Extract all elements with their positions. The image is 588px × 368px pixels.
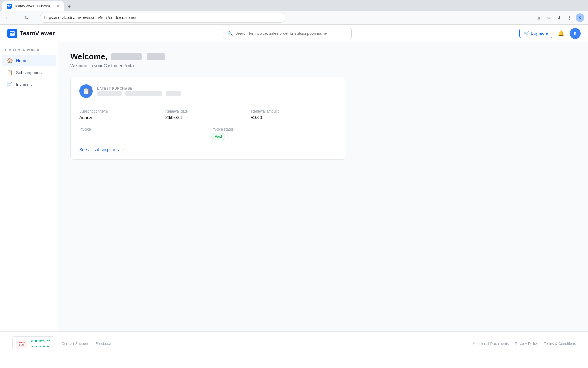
subscription-card: 📋 LATEST PURCHASE Subscription term Annu [70,77,346,160]
sidebar-item-invoices-label: Invoices [16,82,32,87]
search-box: 🔍 [223,28,352,39]
sidebar: CUSTOMER PORTAL 🏠 Home 📋 Subscriptions 📄… [0,42,58,331]
card-details-grid: Subscription term Annual Renewal date 23… [79,109,337,120]
invoice-value: ------ [79,133,205,138]
notifications-bell-icon[interactable]: 🔔 [556,29,566,38]
svg-text:TV: TV [10,32,14,35]
see-all-label: See all subscriptions [79,147,119,152]
see-all-subscriptions-link[interactable]: See all subscriptions → [79,147,125,152]
invoice-status-label: Invoice status [211,127,337,132]
browser-tab[interactable]: TV TeamViewer | Customer Portal ✕ [2,1,64,11]
user-name-blur-2 [147,53,165,60]
product-name-blur-1 [97,91,122,96]
trustpilot-section: ★ Trustpilot ★★★★★ [30,339,50,348]
logo: TV TeamViewer [7,29,55,38]
app: TV TeamViewer 🔍 🛒 Buy more 🔔 K CUSTOMER … [0,25,588,356]
invoice-status-badge: Paid [211,133,225,140]
download-icon[interactable]: ⬇ [555,13,564,22]
g2-leader-text: Leader [18,341,26,344]
product-name-blur-3 [166,91,181,96]
sidebar-item-home-label: Home [16,58,27,63]
logo-icon: TV [7,29,17,38]
tab-bar: TV TeamViewer | Customer Portal ✕ + [0,0,588,11]
renewal-date-group: Renewal date 23/04/24 [165,109,251,120]
buy-more-label: Buy more [531,31,548,36]
tab-close-icon[interactable]: ✕ [56,4,59,8]
trustpilot-stars: ★★★★★ [30,344,50,348]
subscription-term-label: Subscription term [79,109,165,113]
bookmark-icon[interactable]: ☆ [545,13,553,22]
address-bar-row: ← → ↻ ⌂ ⊞ ☆ ⬇ ⋮ K [0,11,588,25]
terms-conditions-link[interactable]: Terms & Conditions [544,342,576,346]
address-input[interactable] [40,13,285,22]
tab-title: TeamViewer | Customer Portal [14,4,54,8]
card-header: 📋 LATEST PURCHASE [79,84,337,103]
tab-favicon: TV [7,4,12,9]
sidebar-section-label: CUSTOMER PORTAL [0,48,58,54]
avatar[interactable]: K [570,28,581,39]
browser-actions: ⊞ ☆ ⬇ ⋮ K [534,13,584,22]
renewal-amount-group: Renewal amount €0.00 [251,109,337,120]
subscription-term-value: Annual [79,115,165,120]
sidebar-item-invoices[interactable]: 📄 Invoices [2,79,56,90]
sidebar-item-home[interactable]: 🏠 Home [2,55,56,66]
trustpilot-widget: Leader 2022 ★ Trustpilot ★★★★★ [12,336,54,351]
refresh-icon[interactable]: ↻ [23,13,30,22]
sidebar-item-subscriptions[interactable]: 📋 Subscriptions [2,67,56,78]
subscription-term-group: Subscription term Annual [79,109,165,120]
see-all-link-container: See all subscriptions → [79,147,337,152]
logo-text: TeamViewer [20,30,55,37]
new-tab-button[interactable]: + [65,2,74,11]
home-nav-icon: 🏠 [7,58,13,63]
arrow-icon: → [120,147,125,152]
app-footer: Leader 2022 ★ Trustpilot ★★★★★ Contact S… [0,331,588,356]
teamviewer-logo-svg: TV [9,30,15,36]
search-input[interactable] [235,31,347,36]
user-name-blur-1 [111,53,142,60]
header-search: 🔍 [223,28,352,39]
invoice-label: Invoice [79,127,205,132]
renewal-date-label: Renewal date [165,109,251,113]
welcome-text: Welcome, [70,52,107,61]
buy-more-button[interactable]: 🛒 Buy more [519,29,552,38]
footer-left: Leader 2022 ★ Trustpilot ★★★★★ Contact S… [12,336,111,351]
main-content: Welcome, Welcome to your Customer Portal… [58,42,588,331]
renewal-amount-label: Renewal amount [251,109,337,113]
app-header: TV TeamViewer 🔍 🛒 Buy more 🔔 K [0,25,588,42]
renewal-date-value: 23/04/24 [165,115,251,120]
card-header-info: LATEST PURCHASE [97,86,183,96]
forward-icon[interactable]: → [13,14,21,22]
invoice-group: Invoice ------ [79,127,205,140]
second-row-details: Invoice ------ Invoice status Paid [79,127,337,140]
cart-icon: 🛒 [524,31,529,36]
footer-right: Additional Documents Privacy Policy Term… [473,342,576,346]
g2-year-text: 2022 [19,344,24,347]
renewal-amount-value: €0.00 [251,115,337,120]
header-right: 🛒 Buy more 🔔 K [519,28,581,39]
additional-documents-link[interactable]: Additional Documents [473,342,509,346]
privacy-policy-link[interactable]: Privacy Policy [515,342,538,346]
search-icon: 🔍 [228,31,233,36]
extensions-icon[interactable]: ⊞ [534,13,543,22]
back-icon[interactable]: ← [4,14,11,22]
contact-support-link[interactable]: Contact Support [62,342,88,346]
invoice-status-group: Invoice status Paid [211,127,337,140]
subscription-icon: 📋 [79,84,93,98]
product-name-row [97,91,183,96]
settings-icon[interactable]: ⋮ [565,13,574,22]
browser-profile[interactable]: K [576,13,584,22]
invoices-nav-icon: 📄 [7,82,13,87]
subscriptions-nav-icon: 📋 [7,70,13,75]
app-body: CUSTOMER PORTAL 🏠 Home 📋 Subscriptions 📄… [0,42,588,331]
g2-badge: Leader 2022 [16,340,27,348]
welcome-heading: Welcome, [70,52,576,61]
browser-chrome: TV TeamViewer | Customer Portal ✕ + ← → … [0,0,588,25]
latest-purchase-label: LATEST PURCHASE [97,86,183,90]
sidebar-item-subscriptions-label: Subscriptions [16,70,42,75]
home-icon[interactable]: ⌂ [32,14,38,22]
trustpilot-logo: ★ Trustpilot [30,339,50,343]
product-name-blur-2 [125,91,162,96]
welcome-sub: Welcome to your Customer Portal [70,63,576,68]
feedback-link[interactable]: Feedback [96,342,112,346]
